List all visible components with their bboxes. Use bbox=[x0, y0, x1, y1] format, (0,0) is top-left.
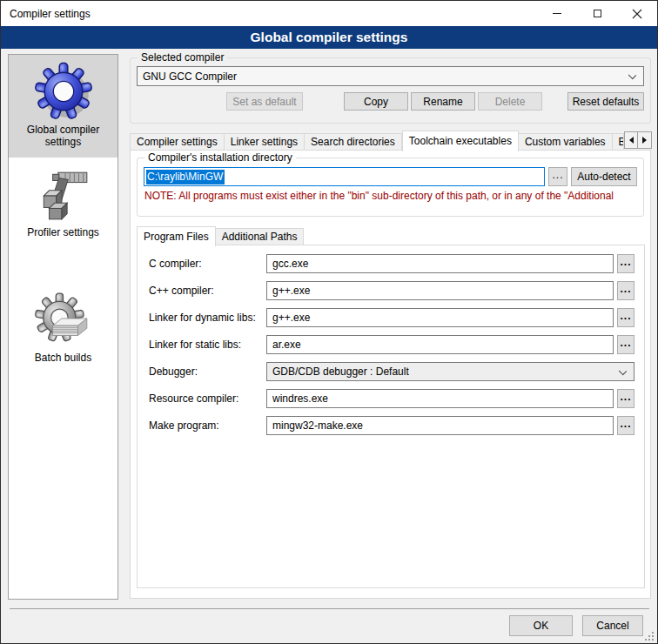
tab-compiler-settings[interactable]: Compiler settings bbox=[130, 133, 225, 151]
tab-linker-settings[interactable]: Linker settings bbox=[225, 133, 305, 151]
field-row-linker-dynamic: Linker for dynamic libs: g++.exe ... bbox=[149, 308, 634, 327]
c-compiler-browse-button[interactable]: ... bbox=[617, 254, 634, 273]
tab-additional-paths[interactable]: Additional Paths bbox=[216, 228, 305, 245]
maximize-button[interactable] bbox=[577, 1, 617, 26]
debugger-select[interactable]: GDB/CDB debugger : Default bbox=[266, 362, 634, 381]
toolchain-executables-page: Compiler's installation directory C:\ray… bbox=[130, 150, 651, 599]
field-row-resource-compiler: Resource compiler: windres.exe ... bbox=[149, 389, 634, 408]
field-row-linker-static: Linker for static libs: ar.exe ... bbox=[149, 335, 634, 354]
field-row-debugger: Debugger: GDB/CDB debugger : Default bbox=[149, 362, 634, 381]
chevron-down-icon bbox=[628, 71, 636, 79]
field-row-make-program: Make program: mingw32-make.exe ... bbox=[149, 416, 634, 435]
arrow-left-icon bbox=[629, 137, 634, 144]
linker-dynamic-browse-button[interactable]: ... bbox=[617, 308, 634, 327]
compiler-select[interactable]: GNU GCC Compiler bbox=[137, 66, 644, 86]
maximize-icon bbox=[594, 10, 601, 17]
tab-custom-variables[interactable]: Custom variables bbox=[519, 133, 613, 151]
page-title: Global compiler settings bbox=[1, 26, 657, 49]
tab-toolchain-executables[interactable]: Toolchain executables bbox=[402, 131, 519, 151]
sidebar-item-label: Profiler settings bbox=[9, 226, 118, 238]
sidebar-item-profiler-settings[interactable]: Profiler settings bbox=[9, 159, 118, 253]
copy-button[interactable]: Copy bbox=[344, 92, 408, 111]
chevron-down-icon bbox=[619, 367, 627, 375]
selected-compiler-group: Selected compiler GNU GCC Compiler Set a… bbox=[130, 57, 651, 124]
linker-dynamic-input[interactable]: g++.exe bbox=[266, 308, 614, 327]
install-dir-browse-button[interactable]: ... bbox=[548, 167, 567, 186]
field-label: Make program: bbox=[149, 419, 266, 432]
tab-scroll-right-button[interactable] bbox=[638, 131, 652, 149]
c-compiler-input[interactable]: gcc.exe bbox=[266, 254, 614, 273]
dialog-body: Global compiler settings bbox=[1, 49, 657, 643]
gear-blue-icon bbox=[34, 62, 93, 121]
sidebar-item-global-compiler-settings[interactable]: Global compiler settings bbox=[9, 55, 118, 158]
sidebar-item-label: Batch builds bbox=[9, 352, 118, 364]
arrow-right-icon bbox=[642, 137, 647, 144]
settings-tabstrip: Compiler settings Linker settings Search… bbox=[130, 130, 652, 151]
install-dir-selected-text: C:\raylib\MinGW bbox=[146, 170, 225, 184]
field-row-c-compiler: C compiler: gcc.exe ... bbox=[149, 254, 634, 273]
group-label: Compiler's installation directory bbox=[144, 151, 296, 164]
reset-defaults-button[interactable]: Reset defaults bbox=[567, 92, 644, 111]
rename-button[interactable]: Rename bbox=[411, 92, 475, 111]
gear-stack-icon bbox=[35, 292, 92, 349]
note-text: NOTE: All programs must exist either in … bbox=[144, 190, 636, 202]
delete-button[interactable]: Delete bbox=[478, 92, 542, 111]
program-files-panel: C compiler: gcc.exe ... C++ compiler: g+… bbox=[137, 245, 645, 588]
sidebar-item-batch-builds[interactable]: Batch builds bbox=[9, 285, 118, 372]
ok-button[interactable]: OK bbox=[509, 615, 573, 636]
install-dir-input[interactable]: C:\raylib\MinGW bbox=[144, 167, 545, 186]
resize-grip-icon[interactable] bbox=[644, 631, 654, 641]
sidebar: Global compiler settings bbox=[8, 54, 118, 600]
cpp-compiler-browse-button[interactable]: ... bbox=[617, 281, 634, 300]
sidebar-item-label: Global compiler settings bbox=[9, 124, 118, 148]
set-as-default-button[interactable]: Set as default bbox=[226, 92, 303, 111]
field-label: C compiler: bbox=[149, 258, 266, 270]
field-row-cpp-compiler: C++ compiler: g++.exe ... bbox=[149, 281, 634, 300]
program-tabstrip: Program Files Additional Paths bbox=[137, 225, 650, 245]
tab-search-directories[interactable]: Search directories bbox=[305, 133, 402, 151]
auto-detect-button[interactable]: Auto-detect bbox=[571, 167, 637, 186]
make-program-input[interactable]: mingw32-make.exe bbox=[266, 416, 614, 435]
cancel-button[interactable]: Cancel bbox=[582, 615, 643, 636]
caliper-icon bbox=[35, 166, 92, 224]
linker-static-input[interactable]: ar.exe bbox=[266, 335, 614, 354]
cpp-compiler-input[interactable]: g++.exe bbox=[266, 281, 614, 300]
compiler-select-value: GNU GCC Compiler bbox=[143, 70, 237, 83]
compiler-buttons-row: Set as default Copy Rename Delete Reset … bbox=[137, 92, 644, 111]
tab-program-files[interactable]: Program Files bbox=[137, 226, 216, 246]
minimize-icon bbox=[553, 13, 561, 14]
close-icon bbox=[632, 9, 642, 19]
field-label: Resource compiler: bbox=[149, 392, 266, 405]
titlebar: Compiler settings bbox=[1, 1, 657, 26]
footer-buttons: OK Cancel bbox=[509, 615, 643, 636]
field-label: Debugger: bbox=[149, 366, 266, 378]
installation-directory-group: Compiler's installation directory C:\ray… bbox=[137, 158, 644, 217]
close-button[interactable] bbox=[617, 1, 657, 26]
main-panel: Selected compiler GNU GCC Compiler Set a… bbox=[123, 52, 652, 599]
tab-build-options[interactable]: Build bbox=[613, 133, 624, 151]
tab-scroll-left-button[interactable] bbox=[624, 131, 638, 149]
resource-compiler-browse-button[interactable]: ... bbox=[617, 389, 634, 408]
linker-static-browse-button[interactable]: ... bbox=[617, 335, 634, 354]
window-title: Compiler settings bbox=[1, 8, 537, 20]
make-program-browse-button[interactable]: ... bbox=[617, 416, 634, 435]
minimize-button[interactable] bbox=[537, 1, 577, 26]
field-label: Linker for dynamic libs: bbox=[149, 312, 266, 324]
installation-directory-row: C:\raylib\MinGW ... Auto-detect bbox=[144, 167, 637, 186]
resource-compiler-input[interactable]: windres.exe bbox=[266, 389, 614, 408]
field-label: Linker for static libs: bbox=[149, 339, 266, 351]
footer-divider bbox=[10, 608, 649, 609]
field-label: C++ compiler: bbox=[149, 285, 266, 297]
tab-scroll-buttons bbox=[624, 131, 652, 149]
compiler-settings-dialog: Compiler settings Global compiler settin… bbox=[0, 0, 658, 644]
group-label: Selected compiler bbox=[138, 51, 227, 64]
